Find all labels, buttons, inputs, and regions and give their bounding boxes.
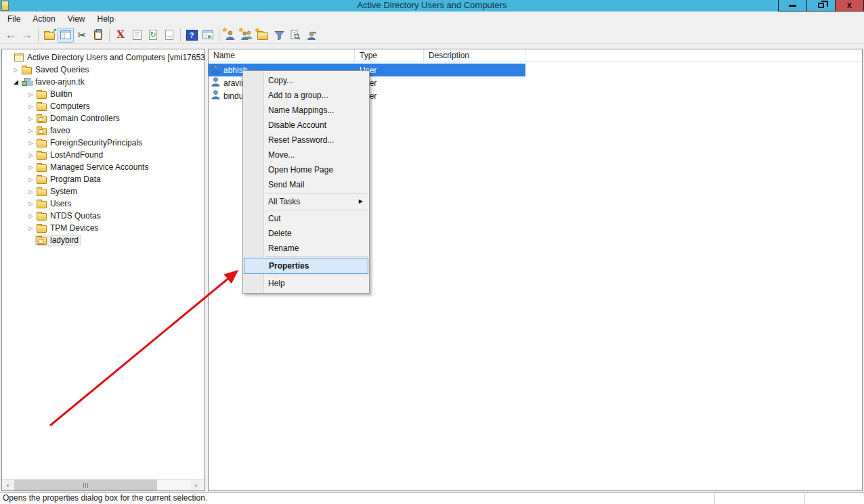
tree-item-users[interactable]: ▷Users (2, 198, 204, 210)
context-menu-item-reset-password[interactable]: Reset Password... (243, 133, 369, 147)
refresh-icon[interactable]: ↻ (145, 28, 161, 43)
context-menu-item-move[interactable]: Move... (243, 147, 369, 162)
folder-icon (37, 152, 47, 160)
context-menu-item-cut[interactable]: Cut (243, 211, 369, 226)
tree-item-ladybird[interactable]: ladybird (2, 234, 204, 246)
minimize-button[interactable] (778, 0, 807, 12)
tree-item-active-directory-users-and-computers-vmi176532-f[interactable]: Active Directory Users and Computers [vm… (2, 51, 204, 64)
collapsed-arrow-icon[interactable]: ▷ (26, 189, 35, 195)
tree-horizontal-scrollbar[interactable]: ‹ › (2, 479, 204, 490)
tree-item-computers[interactable]: ▷Computers (2, 100, 204, 112)
tree-item-label: faveo (50, 126, 70, 135)
collapsed-arrow-icon[interactable]: ▷ (26, 128, 35, 134)
export-list-icon[interactable]: → (161, 28, 177, 43)
collapsed-arrow-icon[interactable]: ▷ (26, 104, 35, 110)
collapsed-arrow-icon[interactable]: ▷ (26, 91, 35, 97)
context-menu-item-add-to-a-group[interactable]: Add to a group... (243, 88, 369, 103)
expanded-arrow-icon[interactable]: ◢ (12, 78, 20, 85)
tree-item-builtin[interactable]: ▷Builtin (2, 88, 204, 100)
tree-item-content: TPM Devices (35, 223, 101, 233)
tree-item-faveo-arjun-tk[interactable]: ◢faveo-arjun.tk (2, 76, 204, 88)
delete-icon[interactable]: X (112, 28, 129, 43)
paste-icon[interactable] (90, 28, 106, 43)
back-icon[interactable]: ← (3, 28, 19, 43)
toolbar-group: X↻→ (112, 28, 177, 43)
add-to-group-icon[interactable] (303, 28, 320, 43)
new-ou-icon[interactable]: ★ (255, 28, 271, 43)
restore-icon (818, 3, 824, 8)
folder-icon (22, 67, 32, 74)
folder-icon (37, 225, 47, 233)
tree-item-system[interactable]: ▷System (2, 185, 204, 198)
console-tree-pane: Active Directory Users and Computers [vm… (1, 49, 205, 491)
tree-item-program-data[interactable]: ▷Program Data (2, 173, 204, 185)
folder-icon (37, 213, 47, 221)
context-menu-item-copy[interactable]: Copy... (243, 73, 369, 88)
tree-item-faveo[interactable]: ▷faveo (2, 124, 204, 137)
context-menu-item-delete[interactable]: Delete (243, 226, 369, 241)
show-console-tree-icon[interactable] (58, 28, 74, 43)
tree-item-lostandfound[interactable]: ▷LostAndFound (2, 149, 204, 161)
context-menu-separator (265, 210, 368, 210)
tree-item-foreignsecurityprincipals[interactable]: ▷ForeignSecurityPrincipals (2, 137, 204, 149)
collapsed-arrow-icon[interactable]: ▷ (26, 140, 35, 146)
collapsed-arrow-icon[interactable]: ▷ (26, 213, 35, 219)
scroll-left-button[interactable]: ‹ (2, 480, 14, 490)
collapsed-arrow-icon[interactable]: ▷ (12, 67, 20, 73)
forward-icon[interactable]: → (19, 28, 35, 43)
folder-icon (37, 177, 47, 184)
show-action-pane-icon[interactable]: ▶ (200, 28, 216, 43)
tree-item-ntds-quotas[interactable]: ▷NTDS Quotas (2, 210, 204, 222)
new-user-icon[interactable]: ★ (222, 28, 238, 43)
context-menu-item-label: Cut (268, 214, 281, 223)
collapsed-arrow-icon[interactable]: ▷ (26, 164, 35, 170)
tree-item-label: Computers (50, 101, 90, 111)
column-header-name[interactable]: Name (209, 49, 355, 62)
context-menu-item-send-mail[interactable]: Send Mail (243, 177, 369, 192)
properties-icon[interactable] (129, 28, 145, 43)
collapsed-arrow-icon[interactable]: ▷ (26, 201, 35, 207)
collapsed-arrow-icon[interactable]: ▷ (26, 152, 35, 158)
menubar-item-view[interactable]: View (62, 12, 91, 26)
context-menu-item-label: Name Mappings... (268, 106, 334, 115)
context-menu-item-open-home-page[interactable]: Open Home Page (243, 162, 369, 177)
context-menu-item-rename[interactable]: Rename (243, 241, 369, 256)
collapsed-arrow-icon[interactable]: ▷ (26, 177, 35, 183)
context-menu-item-disable-account[interactable]: Disable Account (243, 118, 369, 133)
context-menu-item-properties[interactable]: Properties (244, 258, 368, 274)
context-menu-item-all-tasks[interactable]: All Tasks▶ (243, 194, 369, 209)
tree-item-managed-service-accounts[interactable]: ▷Managed Service Accounts (2, 161, 204, 173)
context-menu-item-help[interactable]: Help (243, 276, 369, 291)
tree-item-tpm-devices[interactable]: ▷TPM Devices (2, 222, 204, 234)
restore-button[interactable] (806, 0, 836, 12)
titlebar: Active Directory Users and Computers X (0, 0, 864, 12)
user-name: bindu (223, 91, 243, 101)
collapsed-arrow-icon[interactable]: ▷ (26, 225, 35, 231)
tree-item-domain-controllers[interactable]: ▷Domain Controllers (2, 112, 204, 124)
up-one-level-icon[interactable]: ↗ (41, 28, 58, 43)
scroll-right-button[interactable]: › (190, 480, 202, 490)
collapsed-arrow-icon[interactable]: ▷ (26, 116, 35, 122)
close-button[interactable]: X (835, 0, 864, 12)
new-group-icon[interactable]: ★ (238, 28, 255, 43)
tree-item-content: Saved Queries (20, 64, 91, 75)
filter-icon[interactable] (271, 28, 287, 43)
column-header-filler (525, 49, 862, 62)
tree-item-label: Domain Controllers (50, 114, 120, 123)
tree-item-saved-queries[interactable]: ▷Saved Queries (2, 64, 204, 76)
toolbar-separator (109, 28, 110, 42)
menubar-item-action[interactable]: Action (26, 12, 61, 26)
tree-item-label: Program Data (50, 175, 101, 184)
menubar-item-file[interactable]: File (1, 12, 26, 26)
context-menu-item-name-mappings[interactable]: Name Mappings... (243, 103, 369, 118)
window-title: Active Directory Users and Computers (0, 0, 864, 11)
cut-icon[interactable]: ✂ (74, 28, 90, 43)
status-divider (714, 494, 715, 504)
column-header-type[interactable]: Type (355, 49, 424, 62)
menubar-item-help[interactable]: Help (91, 12, 121, 26)
tree-item-label: Builtin (50, 89, 72, 99)
find-icon[interactable] (287, 28, 303, 43)
help-icon[interactable]: ? (183, 28, 200, 43)
column-header-description[interactable]: Description (424, 49, 525, 62)
scrollbar-thumb[interactable] (14, 480, 157, 490)
